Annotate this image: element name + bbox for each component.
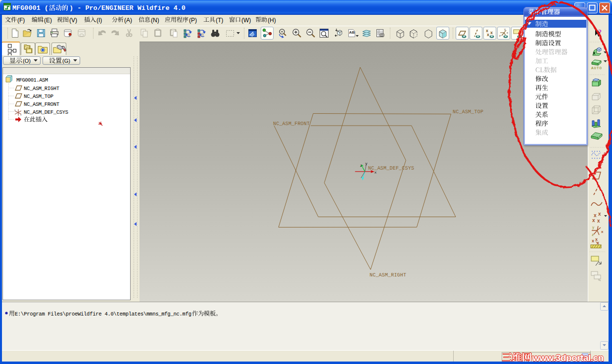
svg-text:MFG0001 (: MFG0001 ( — [12, 4, 48, 12]
svg-text:NC_ASM_FRONT: NC_ASM_FRONT — [273, 121, 310, 127]
svg-text:NC_ASM_TOP: NC_ASM_TOP — [24, 93, 53, 99]
svg-text:x: x — [375, 170, 377, 175]
svg-text:(V): (V) — [69, 17, 77, 24]
svg-text:x: x — [592, 218, 595, 223]
svg-text:E:\Program Files\proeWildfire: E:\Program Files\proeWildfire 4.0\templa… — [15, 311, 191, 317]
svg-text:?: ? — [598, 29, 602, 36]
svg-text:(T): (T) — [216, 17, 223, 24]
svg-text:y: y — [592, 226, 594, 229]
svg-text:x: x — [598, 211, 601, 217]
svg-text:MFG0001.ASM: MFG0001.ASM — [16, 77, 48, 83]
svg-text:NC_ASM_TOP: NC_ASM_TOP — [453, 109, 483, 115]
svg-text:NC_ASM_RIGHT: NC_ASM_RIGHT — [24, 86, 59, 91]
svg-text:(G): (G) — [62, 58, 70, 64]
svg-text:(P): (P) — [189, 17, 197, 24]
svg-text:NC_ASM_RIGHT: NC_ASM_RIGHT — [370, 273, 406, 278]
svg-text:y: y — [365, 161, 368, 166]
svg-text:x: x — [507, 31, 508, 34]
svg-text:y: y — [504, 28, 506, 31]
svg-text:AUTO: AUTO — [591, 66, 602, 70]
svg-text:x: x — [487, 32, 489, 37]
svg-text:x: x — [601, 229, 604, 234]
svg-text:y: y — [14, 108, 16, 111]
svg-text:z: z — [592, 233, 594, 237]
svg-text:z: z — [499, 34, 501, 37]
svg-text:) - Pro/ENGINEER Wildfire 4.0: ) - Pro/ENGINEER Wildfire 4.0 — [69, 4, 186, 12]
svg-text:(W): (W) — [241, 17, 251, 24]
svg-text:x: x — [592, 238, 594, 243]
svg-text:NC_ASM_FRONT: NC_ASM_FRONT — [24, 101, 59, 107]
svg-text:(H): (H) — [268, 17, 276, 24]
svg-text:(O): (O) — [23, 58, 31, 64]
svg-text:x: x — [597, 218, 600, 224]
svg-text:z: z — [360, 163, 363, 168]
svg-text:x: x — [20, 113, 22, 116]
svg-text:NC_ASM_DEF_CSYS: NC_ASM_DEF_CSYS — [24, 109, 68, 115]
svg-text:AB: AB — [349, 30, 355, 35]
svg-text:x: x — [490, 30, 493, 35]
svg-text:(N): (N) — [151, 17, 159, 24]
svg-text:(E): (E) — [44, 17, 52, 24]
svg-text:(I): (I) — [96, 17, 102, 24]
svg-text:(A): (A) — [124, 17, 132, 24]
svg-text:(F): (F) — [17, 17, 25, 24]
